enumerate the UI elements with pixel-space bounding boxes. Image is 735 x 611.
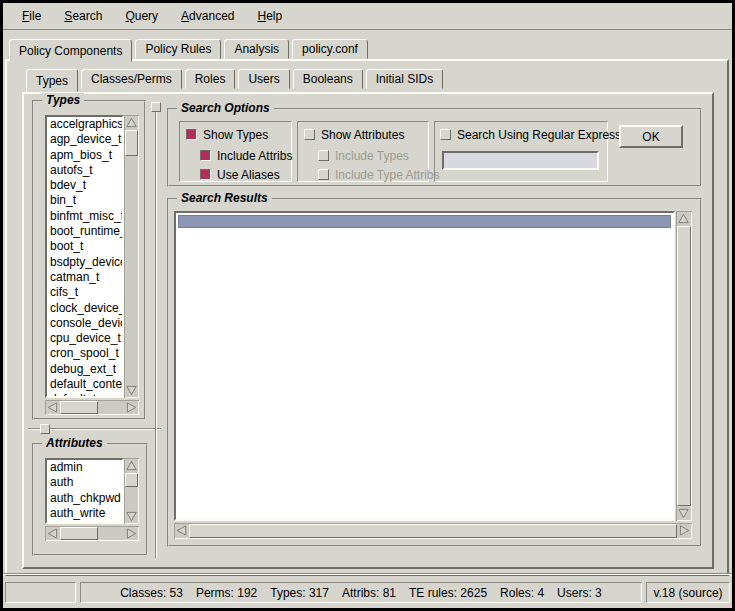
- status-stat: TE rules: 2625: [409, 586, 487, 600]
- checkbox-label: Include Type Attribs: [335, 168, 440, 182]
- scroll-thumb[interactable]: [125, 473, 138, 487]
- scroll-right-icon[interactable]: [677, 523, 692, 538]
- horizontal-sash-handle[interactable]: [40, 424, 50, 434]
- status-bar: Classes: 53Perms: 192Types: 317Attribs: …: [5, 582, 730, 603]
- show-attributes-checkbox[interactable]: Show Attributes: [304, 128, 404, 141]
- list-item[interactable]: default_t: [50, 392, 122, 398]
- scroll-thumb[interactable]: [677, 226, 691, 506]
- checkbox-indicator-icon[interactable]: [440, 129, 451, 140]
- regex-checkbox[interactable]: Search Using Regular Expression: [440, 128, 637, 141]
- list-item[interactable]: boot_t: [50, 239, 122, 254]
- checkbox-indicator-icon[interactable]: [200, 150, 211, 161]
- menu-item[interactable]: Advanced: [174, 5, 241, 27]
- selection-bar: [178, 215, 671, 228]
- list-item[interactable]: binfmt_misc_fs: [50, 209, 122, 224]
- list-item[interactable]: auth: [50, 475, 122, 490]
- checkbox-label: Include Types: [335, 149, 409, 163]
- list-item[interactable]: autofs_t: [50, 163, 122, 178]
- scroll-down-icon[interactable]: [124, 383, 139, 398]
- menu-item[interactable]: Help: [250, 5, 289, 27]
- menu-item[interactable]: Search: [57, 5, 109, 27]
- checkbox-indicator-icon[interactable]: [304, 129, 315, 140]
- list-item[interactable]: bin_t: [50, 193, 122, 208]
- scroll-right-icon[interactable]: [124, 526, 139, 541]
- list-item[interactable]: auth_write: [50, 506, 122, 521]
- tab-types[interactable]: Types: [26, 69, 78, 92]
- use-aliases-checkbox[interactable]: Use Aliases: [200, 168, 280, 181]
- scroll-thumb[interactable]: [60, 401, 98, 414]
- scroll-track[interactable]: [676, 226, 692, 506]
- list-item[interactable]: cron_spool_t: [50, 346, 122, 361]
- results-vertical-scrollbar[interactable]: [676, 211, 692, 521]
- vertical-sash[interactable]: [155, 102, 157, 558]
- tab-policy-rules[interactable]: Policy Rules: [135, 39, 221, 59]
- status-stat: Perms: 192: [196, 586, 257, 600]
- list-item[interactable]: cifs_t: [50, 285, 122, 300]
- search-results-title: Search Results: [177, 191, 272, 205]
- scroll-track[interactable]: [60, 400, 124, 415]
- tab-analysis[interactable]: Analysis: [224, 39, 289, 59]
- scroll-left-icon[interactable]: [45, 526, 60, 541]
- attributes-listbox[interactable]: adminauthauth_chkpwdauth_write: [45, 458, 124, 524]
- types-vertical-scrollbar[interactable]: [124, 115, 139, 398]
- list-item[interactable]: accelgraphics_e: [50, 117, 122, 132]
- scroll-track[interactable]: [124, 130, 139, 383]
- scroll-left-icon[interactable]: [174, 523, 189, 538]
- list-item[interactable]: catman_t: [50, 270, 122, 285]
- checkbox-indicator-icon[interactable]: [200, 169, 211, 180]
- status-empty-box: [5, 582, 76, 603]
- list-item[interactable]: agp_device_t: [50, 132, 122, 147]
- include-types-checkbox: Include Types: [318, 149, 409, 162]
- list-item[interactable]: debug_ext_t: [50, 362, 122, 377]
- attributes-horizontal-scrollbar[interactable]: [45, 526, 139, 541]
- show-attributes-group: Show Attributes Include Types Include Ty…: [297, 121, 429, 182]
- list-item[interactable]: boot_runtime_t: [50, 224, 122, 239]
- scroll-up-icon[interactable]: [124, 458, 139, 473]
- menu-bar: FileSearchQueryAdvancedHelp: [3, 3, 732, 31]
- scroll-track[interactable]: [189, 523, 677, 539]
- scroll-down-icon[interactable]: [676, 506, 691, 521]
- list-item[interactable]: bsdpty_device_: [50, 255, 122, 270]
- tab-policy-components[interactable]: Policy Components: [9, 39, 132, 62]
- menu-item[interactable]: File: [15, 5, 48, 27]
- list-item[interactable]: bdev_t: [50, 178, 122, 193]
- tab-users[interactable]: Users: [238, 69, 289, 89]
- menu-item[interactable]: Query: [118, 5, 165, 27]
- list-item[interactable]: apm_bios_t: [50, 148, 122, 163]
- regex-input[interactable]: [442, 151, 599, 170]
- list-item[interactable]: clock_device_t: [50, 301, 122, 316]
- include-attribs-checkbox[interactable]: Include Attribs: [200, 149, 292, 162]
- tab-roles[interactable]: Roles: [185, 69, 236, 89]
- types-horizontal-scrollbar[interactable]: [45, 400, 139, 415]
- show-types-checkbox[interactable]: Show Types: [186, 128, 268, 141]
- scroll-thumb[interactable]: [189, 524, 677, 538]
- tab-classes-perms[interactable]: Classes/Perms: [81, 69, 182, 89]
- search-results-textarea[interactable]: [174, 211, 675, 521]
- scroll-down-icon[interactable]: [124, 509, 139, 524]
- scroll-up-icon[interactable]: [124, 115, 139, 130]
- ok-button[interactable]: OK: [619, 125, 683, 148]
- status-stats-box: Classes: 53Perms: 192Types: 317Attribs: …: [80, 582, 642, 603]
- scroll-thumb[interactable]: [60, 527, 98, 540]
- tab-policy-conf[interactable]: policy.conf: [292, 39, 368, 59]
- checkbox-indicator-icon[interactable]: [186, 129, 197, 140]
- attributes-vertical-scrollbar[interactable]: [124, 458, 139, 524]
- search-results-frame: Search Results: [167, 198, 702, 547]
- scroll-left-icon[interactable]: [45, 400, 60, 415]
- list-item[interactable]: default_context: [50, 377, 122, 392]
- statusbar-divider: [3, 573, 732, 575]
- scroll-right-icon[interactable]: [124, 400, 139, 415]
- scroll-track[interactable]: [60, 526, 124, 541]
- types-listbox[interactable]: accelgraphics_eagp_device_tapm_bios_taut…: [45, 115, 124, 398]
- list-item[interactable]: auth_chkpwd: [50, 491, 122, 506]
- list-item[interactable]: console_device_: [50, 316, 122, 331]
- list-item[interactable]: admin: [50, 460, 122, 475]
- scroll-track[interactable]: [124, 473, 139, 509]
- scroll-up-icon[interactable]: [676, 211, 691, 226]
- tab-initial-sids[interactable]: Initial SIDs: [366, 69, 443, 89]
- tab-booleans[interactable]: Booleans: [293, 69, 363, 89]
- vertical-sash-handle[interactable]: [151, 102, 161, 112]
- results-horizontal-scrollbar[interactable]: [174, 523, 692, 539]
- scroll-thumb[interactable]: [125, 130, 138, 156]
- list-item[interactable]: cpu_device_t: [50, 331, 122, 346]
